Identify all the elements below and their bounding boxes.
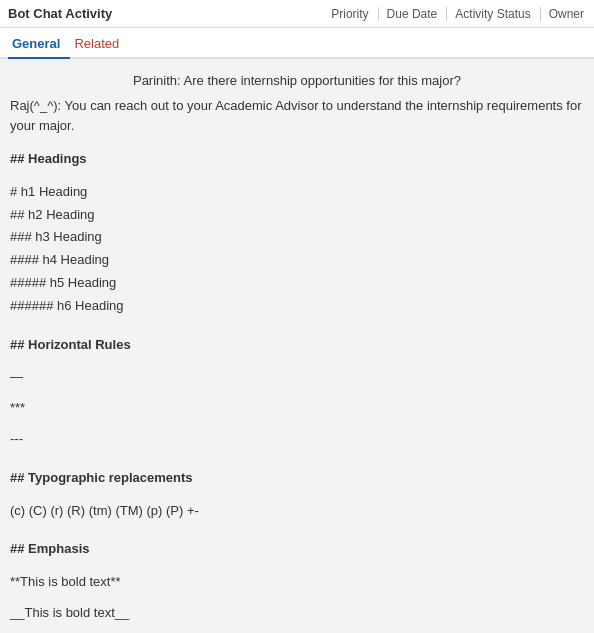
due-date-action[interactable]: Due Date [387,7,438,21]
markdown-heading: ## Headings [10,149,584,170]
app-title: Bot Chat Activity [8,6,112,21]
markdown-blank [10,421,584,429]
markdown-line: ###### h6 Heading [10,296,584,317]
markdown-content: ## Headings# h1 Heading## h2 Heading### … [10,149,584,633]
markdown-blank [10,452,584,460]
owner-action[interactable]: Owner [549,7,584,21]
tab-bar: General Related [0,28,594,59]
markdown-line: — [10,367,584,388]
markdown-blank [10,359,584,367]
markdown-line: # h1 Heading [10,182,584,203]
chat-area: Parinith: Are there internship opportuni… [10,73,584,135]
markdown-blank [10,564,584,572]
markdown-blank [10,523,584,531]
markdown-heading: ## Emphasis [10,539,584,560]
tab-related[interactable]: Related [70,28,129,59]
markdown-blank [10,174,584,182]
bot-message: Raj(^_^): You can reach out to your Acad… [10,96,584,135]
header-bar: Bot Chat Activity Priority Due Date Acti… [0,0,594,28]
markdown-line: #### h4 Heading [10,250,584,271]
markdown-heading: ## Horizontal Rules [10,335,584,356]
markdown-blank [10,595,584,603]
markdown-heading: ## Typographic replacements [10,468,584,489]
markdown-line: ##### h5 Heading [10,273,584,294]
markdown-blank [10,626,584,633]
priority-action[interactable]: Priority [331,7,368,21]
content-area: Parinith: Are there internship opportuni… [0,59,594,633]
markdown-blank [10,319,584,327]
header-actions: Priority Due Date Activity Status Owner [331,7,584,21]
markdown-line: ### h3 Heading [10,227,584,248]
tab-general[interactable]: General [8,28,70,59]
markdown-line: **This is bold text** [10,572,584,593]
markdown-line: --- [10,429,584,450]
activity-status-action[interactable]: Activity Status [455,7,530,21]
markdown-line: *** [10,398,584,419]
markdown-line: __This is bold text__ [10,603,584,624]
markdown-line: (c) (C) (r) (R) (tm) (TM) (p) (P) +- [10,501,584,522]
user-message: Parinith: Are there internship opportuni… [10,73,584,88]
markdown-blank [10,493,584,501]
markdown-line: ## h2 Heading [10,205,584,226]
markdown-blank [10,390,584,398]
